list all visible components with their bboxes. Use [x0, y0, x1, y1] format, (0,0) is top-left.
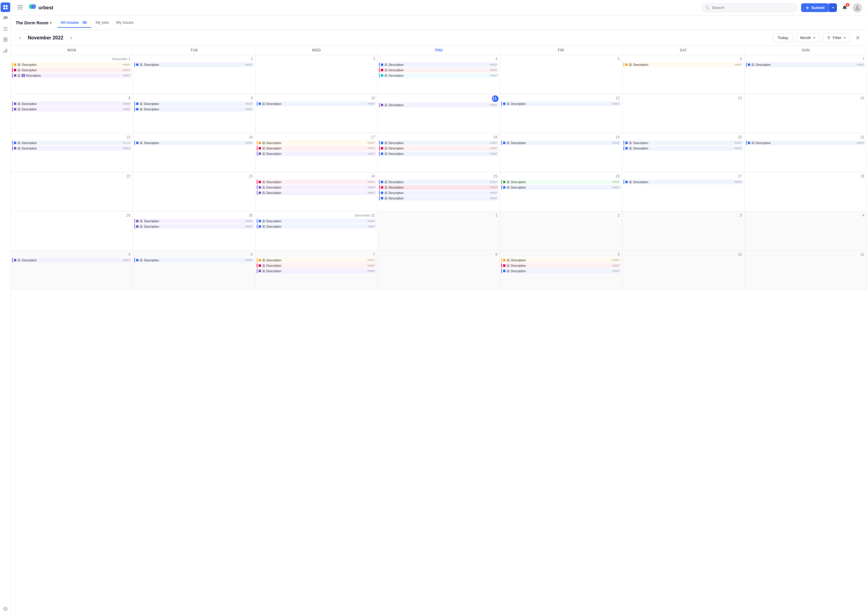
event-item[interactable]: 3Description#4567 [12, 73, 132, 78]
calendar-cell[interactable]: 19Description#4567 [500, 133, 622, 172]
event-item[interactable]: Description#4567 [379, 190, 498, 195]
event-item[interactable]: Description#4567 [257, 146, 376, 151]
notifications-button[interactable]: 2 [840, 3, 850, 13]
submit-arrow[interactable] [829, 3, 837, 12]
calendar-cell[interactable]: 20Description#4567Description#4567 [622, 133, 744, 172]
calendar-cell[interactable]: 2Description#4567 [133, 55, 255, 94]
event-item[interactable]: Description#4567 [134, 140, 254, 145]
calendar-cell[interactable]: 5Description#4567 [11, 251, 133, 290]
event-item[interactable]: Description#4567 [623, 146, 743, 151]
event-item[interactable]: Description#4567 [501, 263, 621, 268]
event-item[interactable]: Description#4567 [379, 146, 498, 151]
calendar-cell[interactable]: 28 [745, 172, 867, 211]
calendar-cell[interactable]: 12Description#4567 [500, 94, 622, 133]
event-item[interactable]: Description#4567 [501, 258, 621, 262]
calendar-cell[interactable]: 11 [745, 251, 867, 290]
event-item[interactable]: Description#4567 [379, 140, 498, 145]
property-selector[interactable]: The Dorm Room ▾ [16, 20, 52, 25]
event-item[interactable]: Description#4567 [623, 62, 743, 67]
calendar-cell[interactable]: 8Description#4567Description#4567 [11, 94, 133, 133]
month-view-button[interactable]: Month [796, 33, 820, 42]
calendar-cell[interactable]: 14 [745, 94, 867, 133]
event-item[interactable]: Description#4567 [379, 185, 498, 190]
search-input[interactable] [712, 5, 793, 10]
calendar-cell[interactable]: 24Description#4567Description#4567Descri… [255, 172, 378, 211]
event-item[interactable]: Description#4567 [134, 224, 254, 229]
calendar-cell[interactable]: 6Description#4567 [622, 55, 744, 94]
event-item[interactable]: Description#4567 [379, 196, 498, 201]
nav-icon-globe[interactable] [1, 604, 10, 614]
filter-button[interactable]: Filter [823, 33, 850, 42]
calendar-cell[interactable]: 13 [622, 94, 744, 133]
event-item[interactable]: Description#4567 [12, 101, 132, 106]
calendar-cell[interactable]: 21Description#4567 [745, 133, 867, 172]
calendar-cell[interactable]: 9Description#4567Description#4567 [133, 94, 255, 133]
calendar-cell[interactable]: 2 [500, 211, 622, 251]
calendar-cell[interactable]: 18Description#4567Description#4567Descri… [378, 133, 500, 172]
event-item[interactable]: Description#4567 [379, 73, 498, 78]
nav-icon-list[interactable] [1, 24, 10, 34]
event-item[interactable]: Description#4567 [501, 101, 621, 106]
event-item[interactable]: Description#4567 [134, 62, 254, 67]
tab-my-jobs[interactable]: My jobs [92, 18, 112, 28]
tab-all-issues[interactable]: All issues 89 [57, 18, 91, 28]
event-item[interactable]: Description#4567 [257, 218, 376, 223]
event-item[interactable]: Description#4567 [746, 62, 865, 67]
event-item[interactable]: Description#4567 [134, 258, 254, 262]
nav-icon-grid[interactable] [1, 2, 10, 12]
event-item[interactable]: Description#4567 [501, 140, 621, 145]
calendar-cell[interactable]: 4 [745, 211, 867, 251]
event-item[interactable]: Description#4567 [12, 146, 132, 151]
event-item[interactable]: Description#4567 [257, 185, 376, 190]
prev-month-button[interactable]: ‹ [16, 34, 24, 42]
event-item[interactable]: Description#4567 [257, 179, 376, 184]
event-item[interactable]: Description#4567 [746, 140, 865, 145]
event-item[interactable]: Description#4567 [257, 140, 376, 145]
event-item[interactable]: Description#4567 [379, 179, 498, 184]
event-item[interactable]: Description#4567 [379, 62, 498, 67]
event-item[interactable]: Description#4567 [257, 258, 376, 262]
event-item[interactable]: Description#4567 [134, 101, 254, 106]
next-month-button[interactable]: › [67, 34, 75, 42]
calendar-cell[interactable]: 3 [622, 211, 744, 251]
calendar-cell[interactable]: 1 [378, 211, 500, 251]
event-item[interactable]: Description#4567 [379, 151, 498, 156]
nav-icon-chat[interactable] [1, 13, 10, 23]
search-bar[interactable] [701, 3, 798, 12]
calendar-cell[interactable]: 23 [133, 172, 255, 211]
nav-icon-table[interactable] [1, 35, 10, 44]
event-item[interactable]: Description#4567 [257, 190, 376, 195]
event-item[interactable]: Description#4567 [12, 68, 132, 72]
event-item[interactable]: Description#4567 [12, 107, 132, 112]
event-item[interactable]: Description#4567 [501, 185, 621, 190]
event-item[interactable]: Description#4567 [12, 258, 132, 262]
event-item[interactable]: Description#4567 [623, 140, 743, 145]
event-item[interactable]: Description#4567 [257, 263, 376, 268]
event-item[interactable]: Description#1111 [12, 140, 132, 145]
today-button[interactable]: Today [772, 33, 793, 42]
event-item[interactable]: Description#4567 [623, 179, 743, 184]
calendar-cell[interactable]: 6Description#4567 [133, 251, 255, 290]
calendar-cell[interactable]: 25Description#4567Description#4567Descri… [378, 172, 500, 211]
event-item[interactable]: Description#4567 [134, 218, 254, 223]
calendar-cell[interactable]: 26Description#4567Description#4567 [500, 172, 622, 211]
calendar-cell[interactable]: 3 [255, 55, 378, 94]
calendar-cell[interactable]: 4Description#4567Description#4567Descrip… [378, 55, 500, 94]
event-item[interactable]: Description#4567 [257, 269, 376, 273]
calendar-cell[interactable]: 29 [11, 211, 133, 251]
calendar-cell[interactable]: 22 [11, 172, 133, 211]
calendar-cell[interactable]: 7Description#4567Description#4567Descrip… [255, 251, 378, 290]
calendar-cell[interactable]: 16Description#4567 [133, 133, 255, 172]
calendar-cell[interactable]: November 1Description#4567Description#45… [11, 55, 133, 94]
event-item[interactable]: Description#4567 [501, 269, 621, 273]
user-avatar[interactable] [853, 3, 862, 13]
event-item[interactable]: Description#4567 [257, 101, 376, 106]
calendar-cell[interactable]: 7Description#4567 [745, 55, 867, 94]
event-item[interactable]: Description#4567 [257, 151, 376, 156]
calendar-cell[interactable]: 27Description#4567 [622, 172, 744, 211]
calendar-cell[interactable]: 8 [378, 251, 500, 290]
event-item[interactable]: Description#4567 [501, 179, 621, 184]
calendar-cell[interactable]: 17Description#4567Description#4567Descri… [255, 133, 378, 172]
event-item[interactable]: Description#4567 [134, 107, 254, 112]
calendar-cell[interactable]: 11Description#4567 [378, 94, 500, 133]
